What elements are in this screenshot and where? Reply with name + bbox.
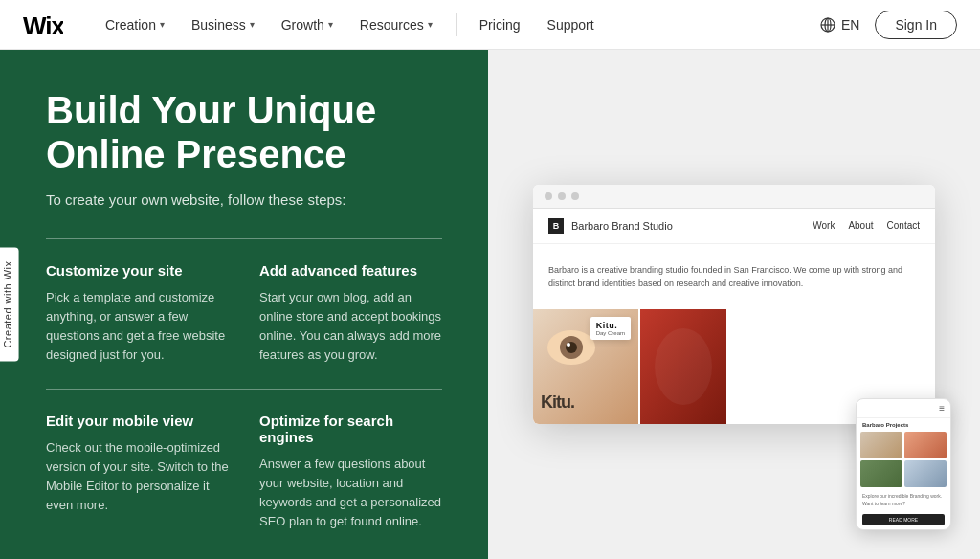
site-image-red — [640, 309, 726, 424]
feature-title-4: Optimize for search engines — [259, 413, 442, 445]
feature-desc-2: Start your own blog, add an online store… — [259, 288, 442, 366]
site-text-area: Barbaro is a creative branding studio fo… — [533, 244, 935, 310]
svg-point-10 — [655, 328, 712, 405]
nav-growth[interactable]: Growth ▾ — [270, 11, 345, 38]
header-right: EN Sign In — [820, 11, 957, 39]
hero-panel: Created with Wix Build Your Unique Onlin… — [0, 50, 488, 559]
chevron-down-icon: ▾ — [250, 19, 255, 30]
site-nav-work: Work — [813, 220, 835, 231]
mobile-mockup: ≡ Barbaro Projects Explore our incredibl… — [856, 398, 951, 530]
mobile-card-2 — [904, 432, 947, 458]
feature-title-1: Customize your site — [46, 262, 229, 279]
red-bg-illustration — [640, 309, 726, 424]
nav-pricing[interactable]: Pricing — [468, 11, 532, 38]
mobile-projects-label: Barbaro Projects — [857, 418, 950, 430]
browser-mockup: B Barbaro Brand Studio Work About Contac… — [533, 185, 935, 425]
mobile-read-more-btn[interactable]: READ MORE — [862, 514, 945, 525]
feature-desc-1: Pick a template and customize anything, … — [46, 288, 229, 366]
feature-advanced: Add advanced features Start your own blo… — [244, 238, 442, 389]
mobile-header: ≡ — [857, 399, 950, 418]
feature-desc-4: Answer a few questions about your websit… — [259, 455, 442, 532]
globe-icon — [820, 17, 835, 33]
mobile-card-3 — [860, 460, 902, 487]
nav-divider — [456, 13, 457, 36]
nav-creation[interactable]: Creation ▾ — [94, 11, 176, 38]
hero-title: Build Your Unique Online Presence — [46, 88, 442, 176]
wix-logo[interactable]: Wix — [23, 11, 63, 38]
mobile-projects-grid — [857, 430, 950, 489]
feature-seo: Optimize for search engines Answer a few… — [244, 389, 442, 555]
browser-content: B Barbaro Brand Studio Work About Contac… — [533, 209, 935, 425]
browser-dot-2 — [558, 192, 566, 200]
chevron-down-icon: ▾ — [160, 19, 165, 30]
site-logo-box: B — [548, 218, 564, 234]
chevron-down-icon: ▾ — [328, 19, 333, 30]
browser-dot-3 — [571, 192, 579, 200]
hero-subtitle: To create your own website, follow these… — [46, 191, 442, 208]
chevron-down-icon: ▾ — [428, 19, 433, 30]
main-nav: Creation ▾ Business ▾ Growth ▾ Resources… — [94, 11, 820, 38]
site-nav-about: About — [848, 220, 873, 231]
sign-in-button[interactable]: Sign In — [875, 11, 957, 39]
site-nav-contact: Contact — [887, 220, 920, 231]
language-selector[interactable]: EN — [820, 17, 859, 33]
lang-label: EN — [841, 17, 859, 33]
site-image-kitu: Kitu. Day Cream Kitu. — [533, 309, 638, 424]
feature-customize: Customize your site Pick a template and … — [46, 238, 244, 389]
kitu-box: Kitu. Day Cream — [590, 317, 631, 340]
nav-support[interactable]: Support — [536, 11, 606, 38]
hamburger-icon: ≡ — [939, 403, 945, 414]
site-header: B Barbaro Brand Studio Work About Contac… — [533, 209, 935, 244]
browser-bar — [533, 185, 935, 209]
nav-resources[interactable]: Resources ▾ — [348, 11, 444, 38]
site-tagline-text: Barbaro is a creative branding studio fo… — [548, 263, 920, 291]
svg-point-8 — [567, 343, 570, 347]
browser-dot-1 — [545, 192, 552, 200]
features-grid: Customize your site Pick a template and … — [46, 238, 442, 554]
feature-mobile: Edit your mobile view Check out the mobi… — [46, 389, 244, 555]
feature-title-2: Add advanced features — [259, 262, 442, 279]
site-nav-links: Work About Contact — [813, 220, 920, 231]
mobile-footer-text: Explore our incredible Branding work. Wa… — [857, 489, 950, 511]
main-header: Wix Creation ▾ Business ▾ Growth ▾ Resou… — [0, 0, 980, 50]
site-brand-name: Barbaro Brand Studio — [571, 220, 673, 232]
nav-business[interactable]: Business ▾ — [180, 11, 266, 38]
feature-title-3: Edit your mobile view — [46, 413, 229, 429]
mobile-card-4 — [904, 460, 947, 487]
site-logo-area: B Barbaro Brand Studio — [548, 218, 673, 234]
main-content: Created with Wix Build Your Unique Onlin… — [0, 50, 980, 559]
svg-text:Wix: Wix — [23, 11, 63, 38]
feature-desc-3: Check out the mobile-optimized version o… — [46, 438, 229, 516]
preview-panel: B Barbaro Brand Studio Work About Contac… — [488, 50, 980, 559]
created-with-wix-tab: Created with Wix — [0, 247, 19, 361]
mobile-card-1 — [860, 432, 902, 458]
